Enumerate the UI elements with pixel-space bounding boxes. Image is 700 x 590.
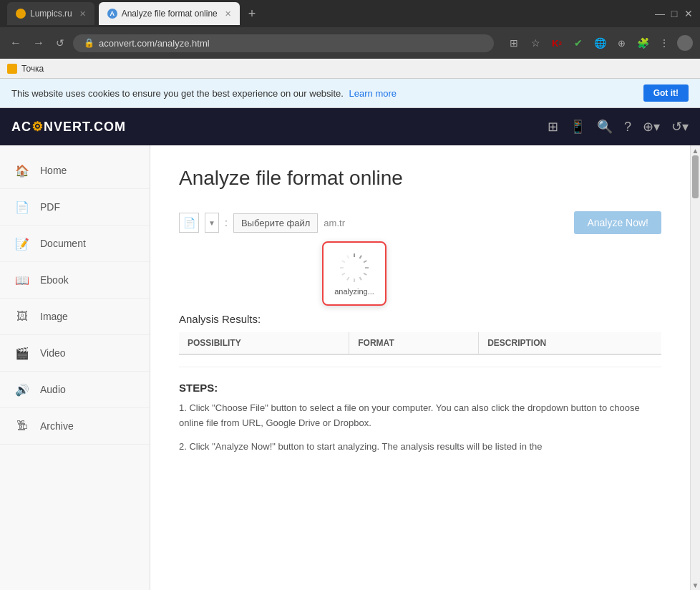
col-possibility: POSSIBILITY <box>179 332 349 354</box>
tab-close-analyze[interactable]: ✕ <box>225 9 231 19</box>
sidebar-item-document[interactable]: 📝 Document <box>0 226 150 262</box>
results-table: POSSIBILITY FORMAT DESCRIPTION <box>179 332 661 367</box>
forward-button[interactable]: → <box>30 34 47 52</box>
file-name-display: am.tr <box>324 218 345 228</box>
document-icon: 📝 <box>14 236 30 251</box>
got-it-button[interactable]: Got it! <box>643 84 689 102</box>
sidebar-label-audio: Audio <box>40 384 66 395</box>
cell-possibility <box>179 354 349 367</box>
mobile-icon[interactable]: 📱 <box>570 119 585 135</box>
sidebar-label-document: Document <box>40 238 86 249</box>
choose-file-button[interactable]: Выберите файл <box>233 213 318 233</box>
bookmark-bar: Точка <box>0 59 700 79</box>
sidebar-item-video[interactable]: 🎬 Video <box>0 335 150 372</box>
sidebar-label-archive: Archive <box>40 420 74 432</box>
tab-lumpics[interactable]: Lumpics.ru ✕ <box>7 2 94 25</box>
close-button[interactable]: ✕ <box>684 9 693 18</box>
search-icon[interactable]: 🔍 <box>597 119 613 135</box>
sidebar-label-home: Home <box>40 165 67 176</box>
extension-icon[interactable]: ⊕ <box>613 34 630 52</box>
archive-icon: 🗜 <box>14 418 30 434</box>
colon-separator: : <box>225 217 228 228</box>
tab-label-lumpics: Lumpics.ru <box>30 9 72 19</box>
table-row-empty <box>179 354 661 367</box>
address-input[interactable]: 🔒 aconvert.com/analyze.html <box>73 34 494 52</box>
sidebar-item-ebook[interactable]: 📖 Ebook <box>0 262 150 299</box>
bookmark-label[interactable]: Точка <box>21 64 44 74</box>
cookie-banner: This website uses cookies to ensure you … <box>0 79 700 108</box>
help-icon[interactable]: ? <box>624 120 631 135</box>
scroll-down-arrow[interactable]: ▼ <box>691 580 700 590</box>
sidebar-item-home[interactable]: 🏠 Home <box>0 153 150 189</box>
address-bar: ← → ↺ 🔒 aconvert.com/analyze.html ⊞ ☆ K2… <box>0 27 700 59</box>
tab-favicon-lumpics <box>16 9 26 19</box>
sidebar-label-pdf: PDF <box>40 201 60 213</box>
scroll-thumb[interactable] <box>692 155 699 198</box>
image-icon: 🖼 <box>14 309 30 324</box>
pdf-icon: 📄 <box>14 199 30 215</box>
steps-title: STEPS: <box>179 382 661 394</box>
sidebar-label-video: Video <box>40 347 66 359</box>
window-controls: — □ ✕ <box>656 9 693 18</box>
logo-accent: ⚙ <box>31 120 44 134</box>
file-icon-button[interactable]: 📄 <box>179 213 199 233</box>
svg-line-7 <box>347 277 349 280</box>
svg-line-5 <box>360 277 362 280</box>
kaspersky-icon[interactable]: K2 <box>548 34 565 52</box>
language-icon[interactable]: ⊕▾ <box>643 119 660 135</box>
step-1: 1. Click "Choose File" button to select … <box>179 401 661 431</box>
title-bar: Lumpics.ru ✕ A Analyze file format onlin… <box>0 0 700 27</box>
sidebar-item-archive[interactable]: 🗜 Archive <box>0 408 150 445</box>
star-icon[interactable]: ☆ <box>527 34 544 52</box>
navbar-icons: ⊞ 📱 🔍 ? ⊕▾ ↺▾ <box>548 119 689 135</box>
upload-row: 📄 ▼ : Выберите файл am.tr Analyze Now! <box>179 211 661 234</box>
new-tab-button[interactable]: + <box>248 6 256 21</box>
sidebar-label-image: Image <box>40 311 68 322</box>
spinner-box: analyzing... <box>322 241 387 306</box>
address-text: aconvert.com/analyze.html <box>99 38 210 49</box>
globe-icon[interactable]: 🌐 <box>591 34 608 52</box>
puzzle-icon[interactable]: 🧩 <box>634 34 651 52</box>
cell-description <box>479 354 661 367</box>
cookie-text: This website uses cookies to ensure you … <box>11 88 397 99</box>
audio-icon: 🔊 <box>14 382 30 397</box>
sidebar: 🏠 Home 📄 PDF 📝 Document 📖 Ebook 🖼 Image … <box>0 145 150 590</box>
spinner-container: analyzing... <box>322 241 387 306</box>
svg-line-4 <box>364 274 366 276</box>
svg-line-10 <box>342 261 345 263</box>
analyze-now-button[interactable]: Analyze Now! <box>574 211 661 234</box>
svg-line-8 <box>342 274 345 276</box>
sidebar-item-audio[interactable]: 🔊 Audio <box>0 372 150 408</box>
lock-icon: 🔒 <box>84 38 94 48</box>
site-navbar: AC⚙NVERT.COM ⊞ 📱 🔍 ? ⊕▾ ↺▾ <box>0 108 700 145</box>
translate-icon[interactable]: ⊞ <box>505 34 522 52</box>
svg-line-11 <box>347 256 349 258</box>
spinner-area: analyzing... <box>179 248 661 299</box>
check-icon[interactable]: ✔ <box>570 34 587 52</box>
sync-icon[interactable]: ↺▾ <box>671 119 689 135</box>
back-button[interactable]: ← <box>7 34 24 52</box>
tab-label-analyze: Analyze file format online <box>122 9 218 19</box>
scroll-up-arrow[interactable]: ▲ <box>691 145 700 155</box>
grid-icon[interactable]: ⊞ <box>548 119 558 135</box>
sidebar-item-pdf[interactable]: 📄 PDF <box>0 189 150 226</box>
tab-analyze[interactable]: A Analyze file format online ✕ <box>99 2 240 25</box>
scrollbar[interactable]: ▲ ▼ <box>690 145 700 590</box>
sidebar-item-image[interactable]: 🖼 Image <box>0 299 150 335</box>
page-title: Analyze file format online <box>179 167 661 190</box>
tab-close-lumpics[interactable]: ✕ <box>79 9 86 19</box>
menu-icon[interactable]: ⋮ <box>656 34 673 52</box>
avatar[interactable] <box>677 35 693 51</box>
toolbar-icons: ⊞ ☆ K2 ✔ 🌐 ⊕ 🧩 ⋮ <box>505 34 693 52</box>
page-body: 🏠 Home 📄 PDF 📝 Document 📖 Ebook 🖼 Image … <box>0 145 700 590</box>
minimize-button[interactable]: — <box>656 9 664 18</box>
dropdown-arrow-button[interactable]: ▼ <box>205 213 219 233</box>
learn-more-link[interactable]: Learn more <box>349 88 397 99</box>
results-label: Analysis Results: <box>179 313 661 325</box>
bookmark-favicon <box>7 64 17 74</box>
site-logo: AC⚙NVERT.COM <box>11 119 126 135</box>
home-icon: 🏠 <box>14 163 30 178</box>
maximize-button[interactable]: □ <box>670 9 679 18</box>
svg-line-1 <box>360 256 362 258</box>
refresh-button[interactable]: ↺ <box>53 34 67 52</box>
